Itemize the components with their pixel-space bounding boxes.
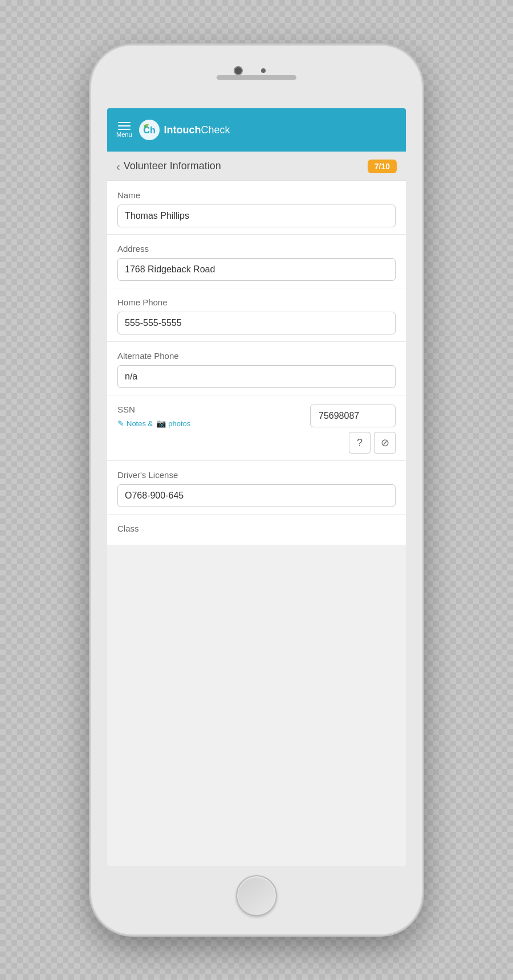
ssn-row: SSN ✎ Notes & 📷 photos — [117, 405, 396, 454]
ssn-label: SSN — [117, 405, 303, 414]
phone-frame: Menu Ch IntouchCheck ‹ Volunteer Informa… — [91, 46, 422, 934]
ssn-left: SSN ✎ Notes & 📷 photos — [117, 405, 303, 428]
phone-speaker — [217, 75, 296, 80]
ssn-help-button[interactable]: ? — [349, 432, 370, 454]
app-header: Menu Ch IntouchCheck — [107, 108, 406, 152]
logo-icon: Ch — [139, 120, 160, 140]
notes-link[interactable]: ✎ Notes & — [117, 419, 153, 428]
name-label: Name — [117, 190, 396, 200]
address-label: Address — [117, 244, 396, 254]
class-section: Class — [107, 514, 406, 545]
progress-badge: 7/10 — [368, 160, 397, 173]
name-input[interactable] — [117, 205, 396, 227]
address-section: Address — [107, 235, 406, 288]
nav-title: Volunteer Information — [124, 160, 221, 172]
alt-phone-input[interactable] — [117, 365, 396, 388]
phone-dot — [261, 68, 266, 73]
menu-label: Menu — [116, 131, 132, 138]
ssn-input[interactable] — [310, 405, 396, 427]
notes-photos-link: ✎ Notes & 📷 photos — [117, 419, 303, 428]
photos-link[interactable]: 📷 photos — [156, 419, 190, 428]
alt-phone-section: Alternate Phone — [107, 342, 406, 395]
ssn-clear-button[interactable]: ⊘ — [374, 432, 396, 454]
photos-text: photos — [168, 419, 190, 428]
phone-camera — [234, 66, 243, 75]
back-arrow-icon: ‹ — [116, 161, 120, 172]
home-phone-label: Home Phone — [117, 297, 396, 307]
menu-group[interactable]: Menu — [116, 122, 132, 138]
home-button[interactable] — [236, 875, 277, 916]
form-content: Name Address Home Phone Alternate Phone — [107, 181, 406, 545]
drivers-license-input[interactable] — [117, 484, 396, 507]
phone-screen: Menu Ch IntouchCheck ‹ Volunteer Informa… — [107, 108, 406, 866]
nav-back-button[interactable]: ‹ Volunteer Information — [116, 160, 221, 172]
alt-phone-label: Alternate Phone — [117, 351, 396, 361]
ssn-section: SSN ✎ Notes & 📷 photos — [107, 395, 406, 461]
app-logo: Ch IntouchCheck — [139, 120, 230, 140]
hamburger-icon[interactable] — [118, 122, 131, 130]
drivers-license-label: Driver's License — [117, 470, 396, 480]
drivers-license-section: Driver's License — [107, 461, 406, 514]
home-phone-input[interactable] — [117, 312, 396, 334]
ssn-right: ? ⊘ — [310, 405, 396, 454]
camera-icon: 📷 — [156, 419, 166, 428]
home-phone-section: Home Phone — [107, 288, 406, 342]
ssn-action-buttons: ? ⊘ — [349, 432, 396, 454]
edit-icon: ✎ — [117, 419, 124, 428]
nav-bar: ‹ Volunteer Information 7/10 — [107, 152, 406, 181]
class-label: Class — [117, 524, 396, 533]
app-name: IntouchCheck — [164, 124, 230, 136]
notes-text: Notes & — [127, 419, 153, 428]
address-input[interactable] — [117, 258, 396, 281]
name-section: Name — [107, 181, 406, 235]
